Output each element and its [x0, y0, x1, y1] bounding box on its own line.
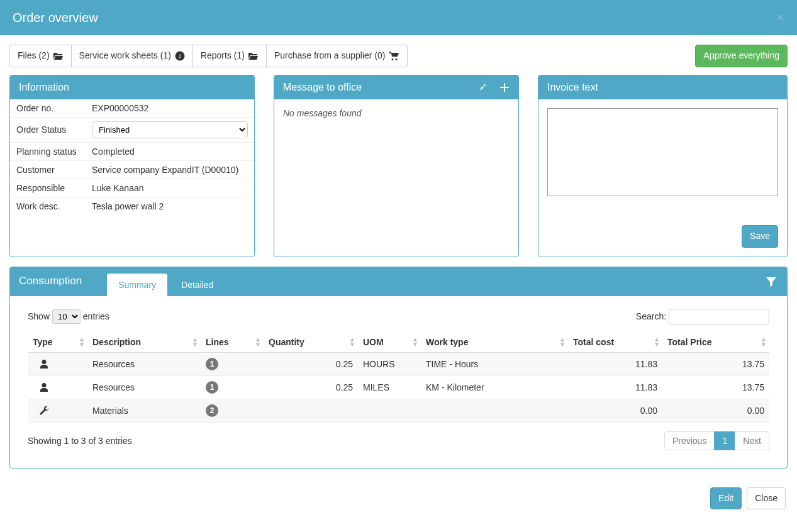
information-heading: Information [19, 82, 69, 93]
cell-lines: 2 [201, 399, 264, 422]
col-lines[interactable]: Lines▲▼ [201, 332, 264, 353]
cell-total-price: 0.00 [662, 399, 769, 422]
search-label: Search: [636, 311, 666, 321]
information-panel: Information Order no. EXP00000532 Order … [9, 75, 255, 257]
value-planning-status: Completed [86, 142, 254, 160]
label-planning-status: Planning status [10, 142, 86, 160]
person-icon [39, 358, 49, 369]
cell-total-price: 13.75 [662, 375, 769, 399]
invoice-panel: Invoice text Save [538, 75, 788, 257]
col-uom[interactable]: UOM▲▼ [358, 332, 421, 353]
modal-header: Order overview × [0, 0, 797, 35]
label-responsible: Responsible [10, 179, 86, 197]
label-work-desc: Work desc. [10, 197, 86, 215]
wrench-icon [39, 405, 49, 415]
close-icon[interactable]: × [776, 9, 784, 26]
cell-quantity: 0.25 [264, 375, 358, 399]
cell-lines: 1 [201, 375, 264, 399]
col-work-type[interactable]: Work type▲▼ [421, 332, 568, 353]
cell-lines: 1 [201, 352, 264, 375]
tab-detailed[interactable]: Detailed [170, 274, 225, 296]
cell-description: Materials [87, 399, 201, 422]
filter-icon[interactable] [766, 276, 777, 287]
order-status-select[interactable]: Finished [92, 121, 248, 138]
no-messages-text: No messages found [274, 99, 518, 127]
consumption-panel: Consumption Summary Detailed Show 10 [9, 267, 788, 468]
col-description[interactable]: Description▲▼ [87, 332, 201, 353]
folder-open-icon [248, 50, 259, 62]
cell-description: Resources [87, 375, 201, 399]
add-message-icon[interactable] [499, 82, 510, 93]
entries-label: entries [83, 311, 109, 321]
shopping-cart-icon [389, 50, 399, 62]
value-customer: Service company ExpandIT (D00010) [86, 160, 254, 179]
cell-total-cost: 11.83 [568, 352, 662, 375]
table-row[interactable]: Materials20.000.00 [28, 399, 769, 422]
pager-page-1[interactable]: 1 [714, 431, 735, 450]
label-customer: Customer [10, 160, 86, 179]
consumption-heading: Consumption [19, 275, 82, 296]
page-length-select[interactable]: 10 [52, 309, 81, 324]
value-responsible: Luke Kanaan [86, 179, 254, 197]
close-button[interactable]: Close [747, 487, 786, 510]
label-order-no: Order no. [10, 99, 86, 118]
pin-message-icon[interactable] [478, 82, 488, 93]
folder-open-icon [53, 50, 64, 62]
invoice-heading: Invoice text [547, 82, 598, 93]
table-row[interactable]: Resources10.25HOURSTIME - Hours11.8313.7… [28, 352, 769, 375]
col-type[interactable]: Type▲▼ [28, 332, 87, 353]
purchase-from-supplier-button[interactable]: Purchase from a supplier (0) [266, 45, 408, 67]
edit-button[interactable]: Edit [710, 487, 742, 510]
files-button[interactable]: Files (2) [9, 45, 72, 67]
save-invoice-button[interactable]: Save [742, 225, 778, 248]
col-total-cost[interactable]: Total cost▲▼ [568, 332, 662, 353]
label-order-status: Order Status [10, 117, 86, 142]
cell-work-type: KM - Kilometer [421, 375, 568, 399]
pager-previous[interactable]: Previous [664, 431, 715, 450]
toolbar: Files (2) Service work sheets (1) i Repo… [9, 45, 788, 67]
cell-uom: MILES [358, 375, 421, 399]
info-circle-icon: i [175, 50, 185, 62]
col-quantity[interactable]: Quantity▲▼ [264, 332, 358, 353]
modal-footer: Edit Close [0, 478, 797, 523]
messages-heading: Message to office [283, 82, 362, 93]
show-label: Show [28, 311, 50, 321]
cell-total-cost: 11.83 [568, 375, 662, 399]
cell-description: Resources [87, 352, 201, 375]
tab-summary[interactable]: Summary [107, 274, 167, 296]
approve-everything-button[interactable]: Approve everything [695, 45, 788, 67]
cell-total-price: 13.75 [662, 352, 769, 375]
pager-next[interactable]: Next [735, 431, 769, 450]
search-input[interactable] [669, 309, 769, 324]
showing-entries-text: Showing 1 to 3 of 3 entries [28, 436, 132, 446]
page-title: Order overview [13, 11, 98, 25]
value-work-desc: Tesla power wall 2 [86, 197, 254, 215]
messages-panel: Message to office No messages found [274, 75, 519, 257]
reports-button[interactable]: Reports (1) [192, 45, 267, 67]
service-work-sheets-button[interactable]: Service work sheets (1) i [71, 45, 193, 67]
cell-work-type [421, 399, 568, 422]
consumption-table: Type▲▼ Description▲▼ Lines▲▼ Quantity▲▼ … [28, 332, 769, 423]
cell-work-type: TIME - Hours [421, 352, 568, 375]
cell-quantity [264, 399, 358, 422]
value-order-no: EXP00000532 [86, 99, 254, 118]
col-total-price[interactable]: Total Price▲▼ [662, 332, 769, 353]
cell-total-cost: 0.00 [568, 399, 662, 422]
cell-uom: HOURS [358, 352, 421, 375]
svg-text:i: i [179, 52, 181, 60]
person-icon [39, 382, 49, 392]
table-row[interactable]: Resources10.25MILESKM - Kilometer11.8313… [28, 375, 769, 399]
cell-uom [358, 399, 421, 422]
cell-quantity: 0.25 [264, 352, 358, 375]
invoice-text-input[interactable] [547, 108, 778, 196]
